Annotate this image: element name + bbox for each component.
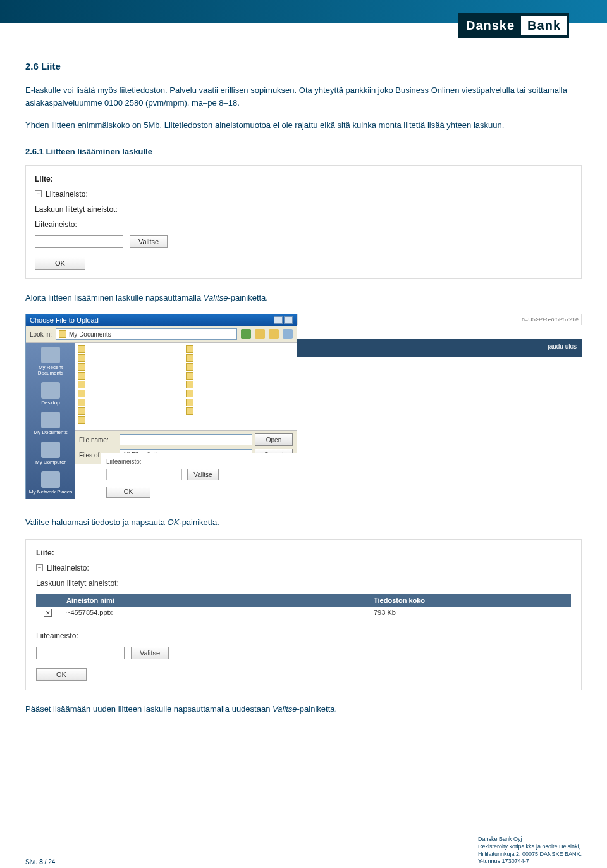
logo-right: Bank — [521, 16, 567, 35]
panel2-heading: Liite: — [36, 549, 571, 557]
views-icon[interactable] — [283, 329, 293, 339]
page-footer: Sivu 8 / 24 Danske Bank Oyj Rekisteröity… — [0, 836, 607, 868]
new-folder-icon[interactable] — [269, 329, 279, 339]
table-row: ✕ ~4557854.pptx 793 Kb — [36, 607, 571, 619]
attached-label: Laskuun liitetyt aineistot: — [35, 205, 572, 214]
page-content: 2.6 Liite E-laskulle voi lisätä myös lii… — [0, 23, 607, 716]
dialog-toolbar: Look in: My Documents — [26, 326, 297, 343]
file-list[interactable] — [75, 343, 297, 430]
help-icon[interactable] — [274, 316, 283, 324]
attachment-panel-empty: Liite: − Liiteaineisto: Laskuun liitetyt… — [25, 165, 582, 279]
back-icon[interactable] — [241, 329, 251, 339]
footer-company-info: Danske Bank Oyj Rekisteröity kotipaikka … — [478, 836, 582, 865]
file-dialog-screenshot: n=U5>PF5-o:5P5721e jaudu ulos Choose Fil… — [25, 314, 582, 504]
sidebar-documents[interactable]: My Documents — [34, 412, 67, 435]
paragraph-1: E-laskulle voi lisätä myös liitetiedosto… — [25, 84, 582, 109]
paragraph-2: Yhden liitteen enimmäiskoko on 5Mb. Liit… — [25, 119, 582, 132]
minus-icon: − — [36, 564, 43, 571]
attachment-panel-filled: Liite: − Liiteaineisto: Laskuun liitetyt… — [25, 539, 582, 691]
material-label: Liiteaineisto: — [35, 220, 572, 229]
dialog-titlebar: Choose File to Upload — [26, 314, 297, 326]
panel2-attached-label: Laskuun liitetyt aineistot: — [36, 579, 571, 588]
background-attachment-form: Liiteaineisto: Valitse OK — [101, 453, 569, 503]
logo-left: Danske — [460, 16, 521, 35]
collapse-label: Liiteaineisto: — [46, 190, 88, 199]
close-icon[interactable] — [284, 316, 293, 324]
col-name: Aineiston nimi — [61, 597, 369, 604]
sidebar-computer[interactable]: My Computer — [35, 442, 66, 465]
file-path-input[interactable] — [35, 235, 123, 248]
panel2-select-button[interactable]: Valitse — [131, 647, 169, 659]
narrative-3: Pääset lisäämään uuden liitteen laskulle… — [25, 703, 582, 716]
folder-icon — [59, 330, 66, 338]
subsection-title: 2.6.1 Liitteen lisääminen laskulle — [25, 147, 582, 156]
sidebar-recent[interactable]: My Recent Documents — [26, 347, 75, 376]
filename-label: File name: — [79, 437, 117, 443]
panel2-material-label: Liiteaineisto: — [36, 631, 571, 640]
up-icon[interactable] — [255, 329, 265, 339]
lookin-label: Look in: — [30, 331, 52, 338]
open-button[interactable]: Open — [255, 433, 293, 446]
delete-icon[interactable]: ✕ — [44, 609, 52, 617]
panel2-collapse-row[interactable]: − Liiteaineisto: — [36, 564, 571, 573]
narrative-2: Valitse haluamasi tiedosto ja napsauta O… — [25, 516, 582, 529]
bg-header-bar — [297, 339, 582, 357]
collapse-row[interactable]: − Liiteaineisto: — [35, 190, 572, 199]
logo: Danske Bank — [458, 13, 569, 38]
url-bar: n=U5>PF5-o:5P5721e — [297, 314, 582, 325]
section-title: 2.6 Liite — [25, 61, 582, 71]
bg-ok-button[interactable]: OK — [106, 487, 150, 498]
select-button[interactable]: Valitse — [130, 235, 168, 248]
cell-filesize: 793 Kb — [369, 609, 571, 616]
sidebar-network[interactable]: My Network Places — [29, 471, 72, 495]
lookin-dropdown[interactable]: My Documents — [56, 328, 237, 340]
minus-icon: − — [35, 190, 42, 197]
col-size: Tiedoston koko — [369, 597, 571, 604]
dialog-title: Choose File to Upload — [30, 316, 99, 324]
table-header: Aineiston nimi Tiedoston koko — [36, 594, 571, 607]
bg-select-button[interactable]: Valitse — [187, 469, 219, 480]
panel2-collapse-label: Liiteaineisto: — [47, 564, 89, 573]
bg-material-label: Liiteaineisto: — [106, 458, 564, 465]
narrative-1: Aloita liitteen lisääminen laskulle naps… — [25, 292, 582, 304]
sidebar-desktop[interactable]: Desktop — [41, 382, 60, 406]
cell-filename: ~4557854.pptx — [61, 609, 369, 616]
logout-link[interactable]: jaudu ulos — [548, 343, 577, 350]
ok-button[interactable]: OK — [35, 257, 85, 270]
panel-heading: Liite: — [35, 175, 572, 183]
dialog-sidebar: My Recent Documents Desktop My Documents… — [26, 343, 75, 499]
page-number: Sivu 8 / 24 — [25, 859, 55, 865]
filename-input[interactable] — [120, 434, 252, 445]
panel2-file-input[interactable] — [36, 647, 125, 659]
panel2-ok-button[interactable]: OK — [36, 668, 87, 681]
bg-file-input[interactable] — [106, 469, 182, 480]
